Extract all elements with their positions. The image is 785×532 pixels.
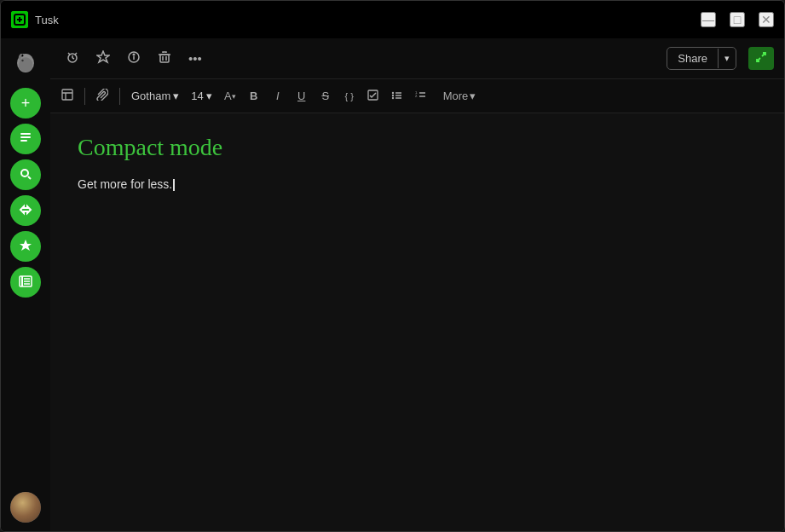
svg-rect-15 bbox=[21, 276, 23, 286]
font-name-label: Gotham bbox=[131, 90, 170, 102]
ellipsis-icon: ••• bbox=[188, 51, 202, 66]
strikethrough-button[interactable]: S bbox=[315, 87, 336, 105]
share-dropdown-button[interactable]: ▾ bbox=[718, 49, 736, 68]
note-editor[interactable]: Compact mode Get more for less. bbox=[50, 113, 784, 531]
svg-line-21 bbox=[72, 58, 74, 59]
text-cursor bbox=[173, 179, 175, 191]
sidebar: + bbox=[1, 38, 50, 531]
svg-marker-24 bbox=[97, 51, 109, 62]
notebooks-button[interactable] bbox=[10, 267, 41, 298]
shortcuts-button[interactable] bbox=[10, 231, 41, 262]
trash-icon bbox=[158, 50, 171, 66]
svg-point-11 bbox=[21, 170, 28, 176]
app-window: Tusk — □ ✕ bbox=[0, 0, 785, 532]
notes-icon bbox=[19, 131, 32, 147]
close-button[interactable]: ✕ bbox=[759, 12, 774, 27]
attachment-button[interactable] bbox=[92, 86, 113, 106]
content-area: ••• Share ▾ bbox=[50, 38, 784, 531]
expand-button[interactable] bbox=[748, 47, 774, 70]
svg-rect-28 bbox=[160, 55, 169, 62]
font-dropdown-icon: ▾ bbox=[173, 90, 179, 102]
info-icon bbox=[127, 50, 141, 66]
note-toolbar: ••• Share ▾ bbox=[50, 38, 784, 79]
bullet-icon bbox=[391, 90, 402, 103]
color-icon: A bbox=[224, 90, 232, 102]
share-button-group: Share ▾ bbox=[667, 47, 736, 70]
view-mode-button[interactable] bbox=[57, 86, 78, 106]
checkbox-icon bbox=[367, 90, 378, 103]
svg-rect-34 bbox=[62, 90, 72, 100]
title-bar: Tusk — □ ✕ bbox=[1, 1, 784, 38]
star-outline-icon bbox=[96, 50, 110, 66]
plus-icon: + bbox=[21, 95, 31, 113]
italic-button[interactable]: I bbox=[268, 87, 288, 105]
format-bar: Gotham ▾ 14 ▾ A ▾ B I U S { } bbox=[50, 79, 784, 113]
star-icon bbox=[19, 239, 32, 255]
numbered-list-button[interactable]: 1. 2. bbox=[411, 87, 431, 106]
svg-line-22 bbox=[68, 53, 70, 55]
share-button[interactable]: Share bbox=[667, 48, 718, 69]
alarm-icon bbox=[66, 50, 79, 66]
more-format-arrow: ▾ bbox=[470, 90, 476, 102]
bullet-list-button[interactable] bbox=[387, 87, 407, 106]
delete-button[interactable] bbox=[153, 47, 176, 70]
search-icon bbox=[19, 167, 32, 183]
svg-point-39 bbox=[392, 94, 394, 95]
main-layout: + bbox=[1, 38, 784, 531]
divider-1 bbox=[84, 88, 85, 105]
evernote-icon bbox=[13, 49, 38, 75]
underline-button[interactable]: U bbox=[291, 87, 312, 105]
font-size-label: 14 bbox=[191, 90, 203, 102]
more-format-button[interactable]: More ▾ bbox=[438, 87, 482, 105]
expand-icon bbox=[755, 53, 767, 66]
window-controls: — □ ✕ bbox=[701, 12, 774, 27]
note-body[interactable]: Get more for less. bbox=[78, 175, 757, 194]
color-dropdown-icon: ▾ bbox=[232, 92, 236, 101]
dropdown-arrow-icon: ▾ bbox=[724, 53, 730, 63]
svg-point-27 bbox=[133, 54, 135, 55]
attachment-icon bbox=[96, 89, 108, 103]
font-size-selector[interactable]: 14 ▾ bbox=[187, 87, 216, 105]
info-button[interactable] bbox=[122, 47, 146, 70]
evernote-logo bbox=[10, 47, 41, 78]
alarm-button[interactable] bbox=[61, 47, 84, 70]
svg-rect-10 bbox=[20, 140, 27, 142]
shared-button[interactable] bbox=[10, 195, 41, 226]
svg-point-38 bbox=[392, 91, 394, 93]
code-button[interactable]: { } bbox=[339, 89, 360, 104]
note-body-text: Get more for less. bbox=[78, 177, 172, 191]
favorite-button[interactable] bbox=[91, 47, 115, 70]
svg-marker-13 bbox=[20, 240, 32, 251]
svg-point-40 bbox=[392, 96, 394, 98]
title-bar-left: Tusk bbox=[11, 11, 701, 28]
maximize-button[interactable]: □ bbox=[730, 12, 745, 27]
user-avatar[interactable] bbox=[10, 492, 41, 523]
svg-line-12 bbox=[28, 176, 31, 179]
svg-text:2.: 2. bbox=[415, 94, 418, 98]
font-family-selector[interactable]: Gotham ▾ bbox=[127, 87, 183, 105]
new-note-button[interactable]: + bbox=[10, 88, 41, 119]
note-title[interactable]: Compact mode bbox=[78, 134, 757, 161]
avatar-image bbox=[10, 492, 41, 523]
divider-2 bbox=[119, 88, 120, 105]
minimize-button[interactable]: — bbox=[701, 12, 716, 27]
shared-icon bbox=[19, 203, 32, 219]
app-name-label: Tusk bbox=[35, 14, 59, 26]
more-options-button[interactable]: ••• bbox=[183, 48, 207, 69]
more-format-label: More bbox=[443, 90, 469, 102]
size-dropdown-icon: ▾ bbox=[206, 90, 212, 102]
svg-point-7 bbox=[21, 60, 23, 61]
notes-list-button[interactable] bbox=[10, 124, 41, 154]
numbered-icon: 1. 2. bbox=[415, 90, 426, 103]
app-logo bbox=[11, 11, 28, 28]
search-button[interactable] bbox=[10, 159, 41, 190]
svg-line-23 bbox=[75, 53, 77, 55]
checkbox-button[interactable] bbox=[363, 87, 384, 106]
svg-rect-9 bbox=[20, 136, 31, 138]
svg-rect-8 bbox=[20, 133, 31, 135]
bold-button[interactable]: B bbox=[244, 87, 264, 105]
view-icon bbox=[61, 89, 73, 103]
notebooks-icon bbox=[19, 275, 32, 291]
text-color-button[interactable]: A ▾ bbox=[220, 87, 240, 105]
